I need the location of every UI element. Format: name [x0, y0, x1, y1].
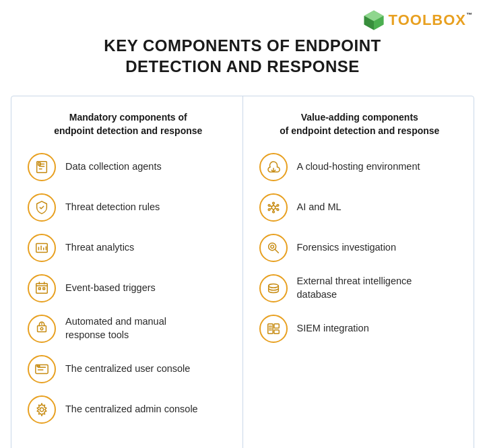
automated-tools-icon [34, 321, 49, 336]
svg-rect-48 [273, 323, 278, 327]
user-console-label: The centralized user console [65, 362, 190, 375]
list-item: A cloud-hosting environment [259, 153, 461, 181]
list-item: AI and ML [259, 193, 461, 222]
svg-point-28 [40, 408, 44, 412]
siem-icon-circle [259, 315, 288, 343]
admin-console-icon-circle [28, 395, 56, 424]
svg-line-44 [275, 249, 278, 253]
external-threat-icon [266, 281, 281, 296]
event-triggers-icon-circle [28, 274, 56, 302]
ai-ml-icon-circle [259, 193, 288, 222]
list-item: Event-based triggers [28, 274, 229, 302]
list-item: Automated and manualresponse tools [28, 315, 229, 343]
svg-rect-14 [36, 283, 48, 293]
list-item: Threat analytics [28, 234, 229, 262]
list-item: Data collection agents [28, 153, 229, 181]
automated-tools-icon-circle [28, 315, 56, 343]
title-line1: KEY COMPONENTS OF ENDPOINT [104, 36, 381, 55]
siem-icon [266, 321, 281, 336]
admin-console-icon [34, 402, 49, 417]
data-collection-icon-circle [28, 153, 56, 181]
threat-detection-label: Threat detection rules [65, 200, 160, 214]
right-panel: Value-adding componentsof endpoint detec… [243, 96, 474, 448]
svg-point-26 [37, 365, 38, 366]
data-collection-icon [34, 160, 49, 174]
logo: TOOLBOX™ [363, 9, 473, 31]
toolbox-logo-icon [363, 9, 385, 31]
cloud-hosting-label: A cloud-hosting environment [297, 160, 420, 173]
cloud-hosting-icon-circle [259, 153, 288, 181]
svg-line-39 [269, 205, 271, 206]
threat-detection-icon-circle [28, 193, 56, 222]
list-item: External threat intelligencedatabase [259, 274, 461, 302]
svg-point-45 [270, 245, 273, 248]
list-item: Forensics investigation [259, 234, 461, 262]
threat-detection-icon [34, 200, 49, 215]
svg-rect-20 [38, 325, 46, 331]
right-panel-header: Value-adding componentsof endpoint detec… [259, 111, 461, 137]
user-console-icon-circle [28, 355, 56, 383]
svg-rect-18 [38, 288, 40, 290]
data-collection-label: Data collection agents [65, 160, 162, 173]
forensics-label: Forensics investigation [297, 241, 397, 254]
threat-analytics-icon-circle [28, 234, 56, 262]
event-triggers-label: Event-based triggers [65, 281, 156, 294]
forensics-icon-circle [259, 234, 288, 262]
svg-line-40 [275, 205, 277, 206]
svg-rect-47 [267, 323, 272, 333]
svg-point-46 [268, 284, 278, 288]
svg-point-27 [39, 365, 40, 366]
admin-console-label: The centralized admin console [65, 402, 198, 416]
left-panel-header: Mandatory components ofendpoint detectio… [28, 111, 229, 137]
svg-line-41 [269, 208, 271, 209]
svg-line-42 [275, 208, 277, 209]
forensics-icon [266, 241, 281, 255]
main-container: Mandatory components ofendpoint detectio… [11, 96, 474, 448]
ai-ml-icon [266, 200, 281, 215]
user-console-icon [34, 362, 49, 377]
siem-label: SIEM integration [297, 321, 369, 335]
threat-analytics-icon [34, 241, 49, 255]
svg-point-21 [40, 327, 43, 330]
svg-rect-49 [273, 329, 278, 333]
threat-analytics-label: Threat analytics [65, 241, 134, 254]
list-item: The centralized admin console [28, 395, 229, 424]
title-line2: DETECTION AND RESPONSE [125, 57, 359, 75]
list-item: SIEM integration [259, 315, 461, 343]
external-threat-label: External threat intelligencedatabase [297, 274, 412, 302]
left-panel: Mandatory components ofendpoint detectio… [11, 96, 243, 448]
logo-text: TOOLBOX™ [389, 11, 473, 29]
ai-ml-label: AI and ML [297, 200, 342, 214]
event-triggers-icon [34, 281, 49, 296]
svg-rect-19 [43, 288, 45, 290]
list-item: Threat detection rules [28, 193, 229, 222]
external-threat-icon-circle [259, 274, 288, 302]
list-item: The centralized user console [28, 355, 229, 383]
cloud-hosting-icon [266, 160, 281, 174]
automated-tools-label: Automated and manualresponse tools [65, 315, 166, 342]
